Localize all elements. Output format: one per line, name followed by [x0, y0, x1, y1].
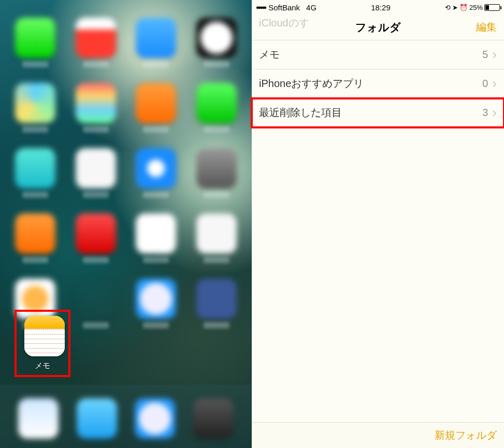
- signal-strength-icon: ●●●●●: [256, 4, 265, 10]
- folder-count: 0: [482, 78, 488, 90]
- folder-name: iPhoneおすすめアプリ: [259, 77, 482, 91]
- folder-name: メモ: [259, 48, 482, 62]
- folder-name: 最近削除した項目: [259, 106, 482, 120]
- home-screen-blurred: メモ: [0, 0, 252, 448]
- nav-ghost-text: iCloudのす: [259, 16, 309, 30]
- app-icon-blurred: [73, 18, 119, 67]
- app-icon-blurred: [133, 148, 179, 198]
- edit-button[interactable]: 編集: [476, 20, 497, 34]
- nav-title: フォルダ: [355, 20, 401, 35]
- notes-app-label: メモ: [17, 361, 68, 371]
- app-icon-blurred: [194, 213, 240, 263]
- nav-bar: iCloudのす フォルダ 編集: [252, 15, 504, 40]
- chevron-right-icon: ›: [492, 76, 497, 92]
- app-icon-blurred: [73, 279, 119, 328]
- notes-folders-screen: ●●●●● SoftBank 4G 18:29 ⟲ ➤ ⏰ 25% iCloud…: [252, 0, 504, 448]
- network-label: 4G: [306, 3, 316, 12]
- dock: [0, 398, 252, 439]
- app-icon-blurred: [194, 148, 240, 198]
- dock-app-blurred: [77, 398, 117, 439]
- app-icon-blurred: [133, 83, 179, 133]
- carrier-label: SoftBank: [268, 3, 300, 12]
- status-bar: ●●●●● SoftBank 4G 18:29 ⟲ ➤ ⏰ 25%: [252, 0, 504, 15]
- app-icon-blurred: [133, 18, 179, 67]
- app-icon-blurred: [133, 213, 179, 263]
- app-icon-blurred: [73, 83, 119, 133]
- notes-app-highlight[interactable]: メモ: [15, 310, 70, 377]
- battery-icon: [484, 4, 500, 11]
- app-icon-blurred: [73, 148, 119, 198]
- folder-count: 5: [482, 49, 488, 61]
- folder-row-recently-deleted[interactable]: 最近削除した項目 3 ›: [252, 98, 504, 127]
- dock-app-blurred: [135, 398, 175, 439]
- folder-count: 3: [482, 107, 488, 119]
- app-icon-blurred: [12, 18, 59, 67]
- orientation-lock-icon: ⟲: [445, 4, 451, 11]
- location-icon: ➤: [452, 4, 458, 11]
- bottom-toolbar: 新規フォルダ: [252, 422, 504, 448]
- dock-app-blurred: [193, 398, 234, 439]
- app-icon-blurred: [12, 83, 59, 133]
- app-icon-blurred: [194, 83, 240, 133]
- chevron-right-icon: ›: [492, 105, 497, 121]
- notes-icon[interactable]: [24, 316, 65, 356]
- app-icon-blurred: [194, 18, 240, 67]
- app-icon-blurred: [194, 279, 240, 328]
- app-grid: [0, 0, 252, 448]
- app-icon-blurred: [133, 279, 179, 328]
- dock-app-blurred: [18, 398, 59, 439]
- app-icon-blurred: [12, 148, 59, 198]
- status-time: 18:29: [316, 3, 445, 12]
- folder-row-recommended-apps[interactable]: iPhoneおすすめアプリ 0 ›: [252, 69, 504, 98]
- app-icon-blurred: [12, 213, 59, 263]
- alarm-icon: ⏰: [459, 4, 468, 11]
- folder-row-memo[interactable]: メモ 5 ›: [252, 40, 504, 69]
- app-icon-blurred: [73, 213, 119, 263]
- new-folder-button[interactable]: 新規フォルダ: [435, 428, 497, 442]
- chevron-right-icon: ›: [492, 47, 497, 63]
- battery-pct: 25%: [469, 4, 483, 11]
- folder-list: メモ 5 › iPhoneおすすめアプリ 0 › 最近削除した項目 3 ›: [252, 40, 504, 127]
